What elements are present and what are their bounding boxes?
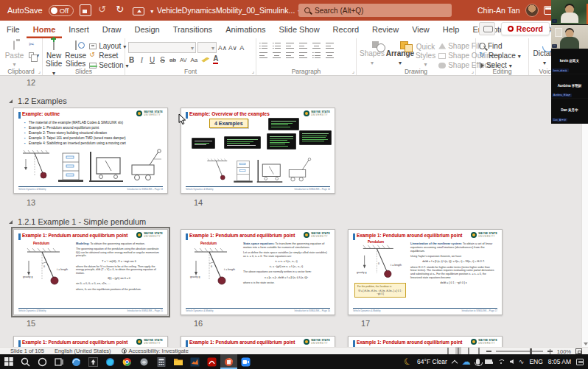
quick-access-chevron-icon[interactable] <box>150 6 153 15</box>
undo-icon[interactable] <box>97 4 109 16</box>
dialog-launcher-icon[interactable] <box>252 68 254 74</box>
italic-button[interactable]: I <box>139 56 145 64</box>
zoom-app-button[interactable] <box>237 354 254 369</box>
text-direction-icon[interactable] <box>326 43 334 49</box>
comments-button[interactable] <box>479 22 495 35</box>
find-button[interactable]: Find <box>479 42 521 50</box>
participant-audio-tile[interactable]: Aunbina 李明妍 Aunbina_李明妍 <box>551 74 588 99</box>
onedrive-cloud-icon[interactable]: ☁ <box>462 357 471 366</box>
justify-icon[interactable] <box>299 52 307 59</box>
change-case-button[interactable]: Aa <box>190 57 197 63</box>
dialog-launcher-icon[interactable] <box>472 68 474 74</box>
smartart-convert-icon[interactable] <box>326 52 334 59</box>
tab-insert[interactable]: Insert <box>62 21 96 38</box>
columns-icon[interactable] <box>312 52 321 59</box>
acrobat-button[interactable] <box>203 354 220 369</box>
quick-styles-button[interactable]: Quick Styles <box>416 41 435 66</box>
tab-slide-show[interactable]: Slide Show <box>273 21 326 38</box>
tab-home[interactable]: Home <box>27 21 63 38</box>
slide-thumbnail-19-partial[interactable]: Example 1: Pendulum around equilibrium p… <box>181 336 335 347</box>
slide-thumbnail-20-partial[interactable]: Example 1: Pendulum around equilibrium p… <box>348 336 503 347</box>
reuse-slides-button[interactable]: Reuse Slides <box>65 41 86 66</box>
shadow-strike-button[interactable]: S <box>159 56 166 64</box>
start-button[interactable] <box>0 354 17 369</box>
volume-icon[interactable] <box>510 359 514 364</box>
language-indicator[interactable]: English (United States) <box>55 348 111 354</box>
phone-link-icon[interactable]: ∿ <box>519 359 525 365</box>
paste-button[interactable]: Paste <box>3 41 26 66</box>
section-header-examples[interactable]: 1.2 Examples <box>9 96 67 105</box>
notification-center-icon[interactable] <box>576 359 584 365</box>
accessibility-status[interactable]: Accessibility: Investigate <box>122 348 189 354</box>
decrease-indent-icon[interactable] <box>286 43 294 49</box>
record-button[interactable]: Record <box>501 22 550 35</box>
autosave-toggle[interactable]: Off <box>49 5 74 16</box>
font-name-select[interactable] <box>128 42 196 53</box>
slide-thumbnail-16[interactable]: Example 1: Pendulum around equilibrium p… <box>181 229 335 315</box>
document-title[interactable]: VehicleDynamicsMobility_00_Simulink... <box>157 0 301 21</box>
tab-record[interactable]: Record <box>326 21 365 38</box>
shrink-font-button[interactable]: A∨ <box>228 44 237 52</box>
bold-button[interactable]: B <box>128 56 135 64</box>
slide-thumbnail-14[interactable]: Example: Overview of the examples WAYNE … <box>181 108 335 194</box>
tab-transitions[interactable]: Transitions <box>167 21 219 38</box>
input-language[interactable]: ENG <box>529 358 542 365</box>
scrollbar-down-arrow-icon[interactable] <box>584 342 588 345</box>
participant-audio-tile[interactable]: Dan 黄丹华 Dan_黄丹华 <box>551 99 588 124</box>
align-center-icon[interactable] <box>273 52 281 59</box>
hidden-icons-chevron-icon[interactable] <box>452 359 458 365</box>
clock[interactable]: 8:05 AM <box>548 358 571 365</box>
bullets-icon[interactable] <box>259 43 267 49</box>
app-dark-arrow-button[interactable] <box>85 354 102 369</box>
powerpoint-button[interactable] <box>220 354 237 369</box>
fit-to-window-icon[interactable] <box>575 348 582 354</box>
chrome-button[interactable] <box>119 354 136 369</box>
zoom-out-button[interactable] <box>486 351 491 352</box>
redo-icon[interactable] <box>115 4 127 16</box>
taskbar-search-button[interactable] <box>17 354 34 369</box>
shapes-button[interactable]: Shapes <box>360 41 385 66</box>
increase-indent-icon[interactable] <box>299 43 307 49</box>
font-size-select[interactable] <box>197 42 217 53</box>
task-view-button[interactable] <box>51 354 68 369</box>
user-name[interactable]: Chin-An Tan <box>477 6 520 15</box>
clear-formatting-button[interactable]: A <box>239 44 245 52</box>
edge-button[interactable] <box>102 354 119 369</box>
slide-thumbnail-18-partial[interactable]: Example 1: Pendulum around equilibrium p… <box>13 336 168 347</box>
tab-review[interactable]: Review <box>365 21 405 38</box>
zoom-slider[interactable] <box>496 351 543 352</box>
weather-moon-icon[interactable]: ☾ <box>403 356 413 368</box>
file-explorer-button[interactable] <box>169 354 186 369</box>
tab-help[interactable]: Help <box>436 21 466 38</box>
reset-button[interactable]: Reset <box>89 52 128 60</box>
avatar[interactable] <box>525 4 539 17</box>
present-icon[interactable] <box>133 7 144 15</box>
participant-audio-tile[interactable]: kevin 赵延文 kevin_赵延文 <box>551 49 588 74</box>
arrange-button[interactable]: Arrange <box>388 41 413 66</box>
calculator-button[interactable] <box>153 354 169 369</box>
tab-draw[interactable]: Draw <box>96 21 128 38</box>
replace-button[interactable]: Replace <box>479 52 521 60</box>
align-left-icon[interactable] <box>259 52 267 59</box>
tab-view[interactable]: View <box>405 21 436 38</box>
layout-button[interactable]: Layout <box>89 42 128 50</box>
slide-indicator[interactable]: Slide 1 of 105 <box>10 348 44 354</box>
network-icon[interactable] <box>497 359 505 365</box>
character-spacing-button[interactable]: AV <box>180 57 186 63</box>
matlab-button[interactable] <box>186 354 203 369</box>
app-blue-swirl-button[interactable] <box>68 354 85 369</box>
microphone-tray-icon[interactable] <box>476 359 480 365</box>
participant-video-tile[interactable]: ··· <box>551 25 588 50</box>
tab-design[interactable]: Design <box>127 21 166 38</box>
dialog-launcher-icon[interactable] <box>38 68 41 74</box>
cut-icon[interactable] <box>29 42 36 49</box>
font-color-button[interactable]: A <box>213 55 218 64</box>
participant-video-tile[interactable]: ··· <box>551 0 588 25</box>
align-right-icon[interactable] <box>286 52 294 59</box>
grow-font-button[interactable]: A∧ <box>218 44 227 52</box>
battery-icon[interactable] <box>485 359 492 364</box>
slide-thumbnail-17[interactable]: Example 1: Pendulum around equilibrium p… <box>348 229 503 315</box>
numbering-icon[interactable] <box>273 43 281 49</box>
section-header-example1[interactable]: 1.2.1 Example 1 - Simple pendulum <box>9 217 146 226</box>
search-input[interactable]: Search (Alt+Q) <box>298 4 452 17</box>
